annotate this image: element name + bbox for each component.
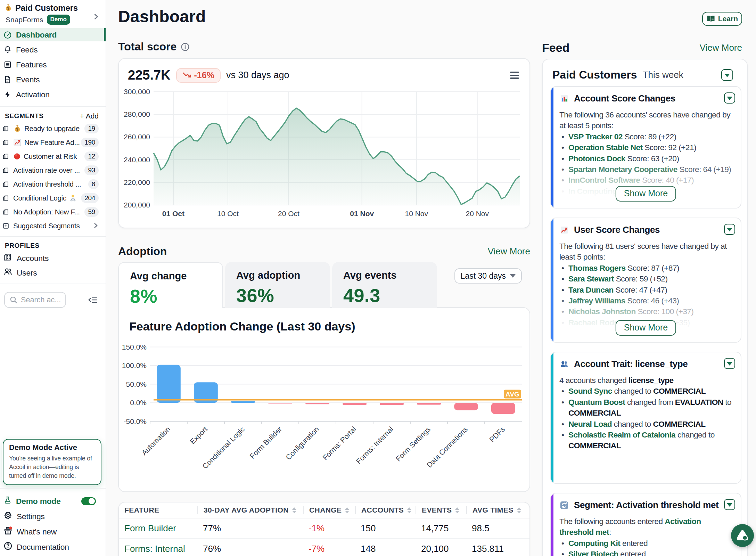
- sidebar-item-features[interactable]: Features: [0, 58, 106, 71]
- table-row[interactable]: Form Builder77%-1%15014,77598.5: [119, 518, 529, 539]
- column-header-30-day-avg-adoption[interactable]: 30-DAY AVG ADOPTION: [197, 502, 303, 518]
- collapse-sidebar-icon[interactable]: [85, 293, 99, 307]
- sidebar-item-accounts[interactable]: Accounts: [0, 251, 106, 265]
- sidebar-segment-activation-rate-over[interactable]: Activation rate over ...93: [0, 163, 106, 177]
- sidebar-segment-activation-threshold[interactable]: Activation threshold ...8: [0, 177, 106, 191]
- accoil-fab-button[interactable]: [731, 524, 754, 547]
- gear-icon: [3, 511, 13, 522]
- feed-card-segment-activation-threshold-met: Segment: Activation threshold metThe fol…: [550, 493, 741, 556]
- divider: [0, 284, 106, 284]
- demo-mode-toggle[interactable]: [81, 497, 96, 505]
- tab-avg-events[interactable]: Avg events49.3: [332, 262, 437, 308]
- column-header-avg-times[interactable]: AVG TIMES: [466, 502, 529, 518]
- sort-icon[interactable]: [292, 507, 296, 513]
- entity-link[interactable]: Jeffrey Williams: [568, 296, 625, 305]
- feed-card-user-score-changes: User Score ChangesThe following 81 users…: [550, 218, 741, 343]
- sidebar-item-settings[interactable]: Settings: [0, 509, 106, 524]
- users-blue-icon: [559, 359, 569, 369]
- book-icon: [706, 15, 715, 23]
- chevron-right-icon[interactable]: [93, 10, 99, 23]
- segment-count-badge: 204: [81, 193, 99, 203]
- sort-icon[interactable]: [517, 507, 521, 513]
- feed-list-item: InnControl Software Score: 40 (+17): [559, 175, 735, 186]
- sidebar-item-documentation[interactable]: Documentation: [0, 539, 106, 555]
- feature-table: FEATURE30-DAY AVG ADOPTIONCHANGEACCOUNTS…: [119, 502, 529, 556]
- feature-link[interactable]: Forms: Internal: [119, 539, 197, 556]
- line-chart-icon: [559, 225, 569, 235]
- column-header-events[interactable]: EVENTS: [416, 502, 466, 518]
- feed-card-dropdown-button[interactable]: [724, 224, 735, 235]
- adoption-view-more-link[interactable]: View More: [488, 246, 530, 257]
- tab-avg-change[interactable]: Avg change8%: [118, 262, 223, 308]
- show-more-button[interactable]: Show More: [616, 186, 676, 202]
- sidebar-item-users[interactable]: Users: [0, 265, 106, 280]
- feed-list-item: Computing Kit entered: [559, 538, 735, 549]
- column-header-accounts[interactable]: ACCOUNTS: [355, 502, 416, 518]
- column-header-change[interactable]: CHANGE: [303, 502, 355, 518]
- cell-adoption: 76%: [197, 539, 303, 556]
- bank-icon: [3, 208, 9, 215]
- features-icon: [3, 60, 12, 69]
- sidebar-item-suggested-segments[interactable]: Suggested Segments: [0, 219, 106, 233]
- sort-icon[interactable]: [407, 507, 411, 513]
- tab-value: 36%: [236, 285, 330, 306]
- sidebar-segment-no-adoption-new-f[interactable]: No Adoption: New F...59: [0, 205, 106, 219]
- sidebar-segment-customer-at-risk[interactable]: Customer at Risk12: [0, 149, 106, 163]
- feed-view-more-link[interactable]: View More: [700, 42, 742, 53]
- segments-heading: SEGMENTS: [5, 112, 43, 120]
- entity-link[interactable]: VSP Tracker 02: [568, 132, 623, 141]
- total-score-value: 225.7K: [128, 68, 171, 83]
- adoption-heading: Adoption: [118, 245, 167, 258]
- sidebar-item-what-s-new[interactable]: What's new: [0, 524, 106, 539]
- svg-text:Export: Export: [188, 425, 209, 445]
- entity-link[interactable]: InnControl Software: [568, 175, 640, 185]
- sidebar-segment-conditional-logic[interactable]: Conditional Logic204: [0, 191, 106, 205]
- feed-list-item: VSP Tracker 02 Score: 89 (+22): [559, 131, 735, 142]
- feed-card-title: Account Trait: license_type: [574, 359, 688, 369]
- entity-link[interactable]: Nicholas Johnston: [568, 307, 636, 316]
- sidebar-item-events[interactable]: Events: [0, 73, 106, 86]
- entity-link[interactable]: Photonics Dock: [568, 154, 625, 163]
- triangle-down-icon: [727, 97, 732, 100]
- feed-card-dropdown-button[interactable]: [724, 499, 735, 510]
- feature-adoption-chart: 150.0%100.0%50.0%0.0%-50.0%AutomationExp…: [129, 339, 529, 499]
- total-score-title: Total score: [118, 40, 176, 53]
- tab-avg-adoption[interactable]: Avg adoption36%: [225, 262, 330, 308]
- entity-link[interactable]: Thomas Rogers: [568, 263, 625, 272]
- sidebar-item-activation[interactable]: Activation: [0, 88, 106, 101]
- total-score-heading: Total score: [118, 40, 190, 53]
- sidebar-segment-new-feature-ad[interactable]: New Feature Ad...190: [0, 136, 106, 149]
- entity-link[interactable]: Operation Stable Net: [568, 143, 642, 152]
- add-segment-button[interactable]: + Add: [80, 112, 99, 120]
- entity-link[interactable]: Sara Stewart: [568, 274, 614, 283]
- workspace-name: Paid Customers: [15, 3, 78, 13]
- nav-label: Feeds: [16, 45, 38, 55]
- feature-link[interactable]: Form Builder: [119, 518, 197, 539]
- entity-link[interactable]: Tara Duncan: [568, 285, 614, 294]
- feed-card-dropdown-button[interactable]: [724, 358, 735, 369]
- sidebar-item-dashboard[interactable]: Dashboard: [0, 28, 106, 41]
- feed-group-dropdown-button[interactable]: [721, 69, 733, 81]
- sidebar-item-demo-mode[interactable]: Demo mode: [0, 493, 106, 509]
- column-header-feature[interactable]: FEATURE: [119, 502, 197, 518]
- nav-label: Events: [16, 75, 40, 84]
- search-input[interactable]: [21, 295, 60, 304]
- sidebar-footer: Demo modeSettingsWhat's newDocumentation: [0, 491, 106, 556]
- workspace-switcher[interactable]: Paid Customers SnapForms Demo: [0, 3, 106, 25]
- feed-card-dropdown-button[interactable]: [724, 92, 735, 104]
- chart-menu-icon[interactable]: [509, 69, 520, 82]
- delta-value: -16%: [194, 70, 214, 80]
- feed-list-item: Nicholas Johnston Score: 100 (+37): [559, 306, 735, 317]
- sidebar-segment-ready-to-upgrade[interactable]: Ready to upgrade19: [0, 122, 106, 136]
- sidebar-item-feeds[interactable]: Feeds: [0, 43, 106, 56]
- cell-accounts: 150: [355, 518, 416, 539]
- learn-button[interactable]: Learn: [702, 12, 742, 26]
- table-row[interactable]: Forms: Internal76%-7%14820,100135.811: [119, 539, 529, 556]
- show-more-button[interactable]: Show More: [616, 320, 676, 336]
- period-select[interactable]: Last 30 days: [454, 268, 522, 284]
- segment-count-badge: 12: [84, 152, 99, 161]
- feed-list-item: Silver Biotech entered: [559, 549, 735, 556]
- entity-link[interactable]: Spartan Monetary Cooperative: [568, 165, 677, 174]
- sort-icon[interactable]: [455, 507, 459, 513]
- sort-icon[interactable]: [345, 507, 349, 513]
